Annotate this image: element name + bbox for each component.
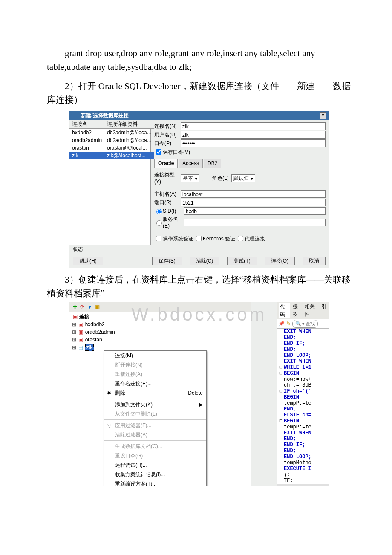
menu-item[interactable]: 重新编译方案(T)... (104, 479, 206, 486)
label-service: 服务名(E) (163, 216, 184, 229)
menu-item[interactable]: 收集方案统计信息(I)... (104, 470, 206, 479)
menu-item[interactable]: 应用过滤器(F)...▽ (104, 421, 206, 430)
refresh-icon[interactable]: ⟳ (79, 303, 85, 311)
tab-db2[interactable]: DB2 (204, 159, 221, 168)
dialog-icon (72, 113, 78, 119)
conn-row[interactable]: hxdbdb2db2admin@//loca... (69, 129, 154, 137)
role-select[interactable]: 默认值 (231, 174, 255, 182)
db-icon: ▣ (78, 336, 84, 344)
search-input[interactable]: 🔍▾查找 (292, 320, 318, 328)
menu-item[interactable]: 重设口令(G)... (104, 451, 206, 460)
label-host: 主机名(A) (154, 191, 181, 197)
scrollbar[interactable]: ◄ (277, 484, 329, 486)
menu-item[interactable]: 清除过滤器(B) (104, 430, 206, 439)
port-input[interactable]: 1521 (181, 199, 326, 206)
help-button[interactable]: 帮助(H) (73, 257, 103, 265)
label-kerberos: Kerberos 验证 (203, 235, 235, 242)
db-type-tabs: Oracle Access DB2 (154, 159, 326, 168)
doc-paragraph-3: 3）创建连接后，在资料库上点击右键，选择“移植资料档案库——关联移植资料档案库” (47, 273, 352, 300)
tree-node[interactable]: oradb2admin (85, 329, 115, 335)
dialog-titlebar: 新建/选择数据库连接 × (69, 111, 329, 120)
tab-oracle[interactable]: Oracle (154, 159, 178, 168)
db-icon: ▣ (72, 313, 78, 321)
tab-ref[interactable]: 引 (320, 303, 327, 318)
tab-grant[interactable]: 授权 (292, 303, 303, 318)
chevron-right-icon: ▶ (199, 401, 203, 408)
menu-item[interactable]: 从文件夹中删除(L) (104, 409, 206, 419)
dialog-title: 新建/选择数据库连接 (81, 113, 128, 119)
password-input[interactable]: ••••••• (181, 139, 326, 147)
menu-item[interactable]: 重新连接(A) (104, 370, 206, 379)
conn-type-select[interactable]: 基本 (181, 174, 199, 182)
context-menu: 连接(M)断开连接(N)重新连接(A)重命名连接(E)...删除✖Delete添… (104, 350, 207, 486)
label-conn-type: 连接类型(Y) (154, 171, 181, 185)
filter-icon[interactable]: ▼ (87, 303, 93, 311)
label-port: 端口(R) (154, 199, 181, 206)
pin-icon[interactable]: 📌 (278, 320, 285, 327)
tree-node[interactable]: orastan (85, 337, 102, 343)
connect-button[interactable]: 连接(O) (265, 257, 295, 265)
db-icon: ▤ (78, 344, 84, 351)
label-conn-name: 连接名(N) (154, 123, 181, 130)
conn-row-selected[interactable]: zlkzlk@//localhost... (69, 152, 154, 159)
label-pass: 口令(P) (154, 140, 181, 147)
menu-item[interactable]: 删除✖Delete (104, 388, 206, 398)
label-save-pass: 保存口令(V) (163, 149, 190, 156)
conn-row[interactable]: orastanorastan@//local... (69, 144, 154, 152)
menu-item[interactable]: 重命名连接(E)... (104, 379, 206, 388)
db-connection-dialog: 新建/选择数据库连接 × 连接名 连接详细资料 hxdbdb2db2admin@… (69, 111, 329, 268)
add-icon[interactable]: ✚ (72, 303, 78, 311)
edit-icon[interactable]: ✎ (286, 320, 291, 327)
col-conn-detail: 连接详细资料 (104, 120, 154, 129)
conn-row[interactable]: oradb2admindb2admin@//loca... (69, 136, 154, 144)
cancel-button[interactable]: 取消 (303, 257, 326, 265)
proxy-checkbox[interactable] (238, 236, 243, 241)
tree-node[interactable]: hxdbdb2 (85, 321, 105, 327)
menu-item[interactable]: 添加到文件夹(K)▶ (104, 400, 206, 409)
folder-icon[interactable]: ▣ (94, 303, 100, 311)
doc-paragraph-2: 2）打开 Oracle SQL Developer，新建数据库连接（文件——新建… (47, 80, 352, 107)
db-icon: ▣ (78, 328, 84, 336)
ide-splitter[interactable] (251, 302, 277, 486)
connection-list: 连接名 连接详细资料 hxdbdb2db2admin@//loca... ora… (69, 120, 151, 245)
code-view: EXIT WHENEND;END IF;END;END LOOP;EXIT WH… (277, 329, 329, 484)
menu-item-icon: ✖ (106, 389, 112, 397)
label-sid: SID(I) (163, 208, 184, 214)
menu-item[interactable]: 断开连接(N) (104, 360, 206, 370)
label-user: 用户名(U) (154, 131, 181, 138)
ide-window: ✚ ⟳ ▼ ▣ ▣ 连接 ⊞ ▣ hxdbdb2 ⊞ ▣ oradb2admin… (69, 302, 329, 486)
menu-item[interactable]: 连接(M) (104, 351, 206, 360)
sid-input[interactable]: hxdb (184, 207, 326, 215)
save-password-checkbox[interactable] (156, 149, 161, 155)
tab-access[interactable]: Access (179, 159, 203, 168)
status-label: 状态: (69, 245, 329, 254)
menu-item[interactable]: 生成数据库文档(C)... (104, 442, 206, 451)
tree-root: 连接 (79, 314, 89, 320)
close-icon[interactable]: × (320, 112, 326, 119)
username-input[interactable]: zlk (181, 131, 326, 139)
label-role: 角色(L) (212, 175, 229, 182)
label-proxy: 代理连接 (245, 235, 265, 242)
service-radio[interactable] (156, 220, 162, 226)
kerberos-checkbox[interactable] (196, 236, 202, 241)
tab-code[interactable]: 代码 (279, 303, 290, 318)
test-button[interactable]: 测试(T) (227, 257, 257, 265)
menu-item-icon: ▽ (106, 422, 112, 429)
conn-name-input[interactable]: zlk (181, 122, 326, 130)
service-input[interactable] (184, 219, 326, 226)
doc-paragraph-1: grant drop user,drop any role,grant any … (47, 47, 352, 74)
save-button[interactable]: 保存(S) (152, 257, 182, 265)
label-os-auth: 操作系统验证 (163, 235, 193, 242)
host-input[interactable]: localhost (181, 190, 326, 198)
sid-radio[interactable] (156, 209, 162, 214)
code-tabs: 代码 授权 相关性 引 (277, 302, 329, 319)
menu-item[interactable]: 远程调试(H)... (104, 460, 206, 470)
clear-button[interactable]: 清除(C) (190, 257, 220, 265)
tab-rel[interactable]: 相关性 (304, 303, 319, 318)
os-auth-checkbox[interactable] (156, 236, 161, 241)
tree-node-selected[interactable]: zlk (85, 344, 94, 351)
col-conn-name: 连接名 (69, 120, 104, 129)
db-icon: ▣ (78, 321, 84, 328)
